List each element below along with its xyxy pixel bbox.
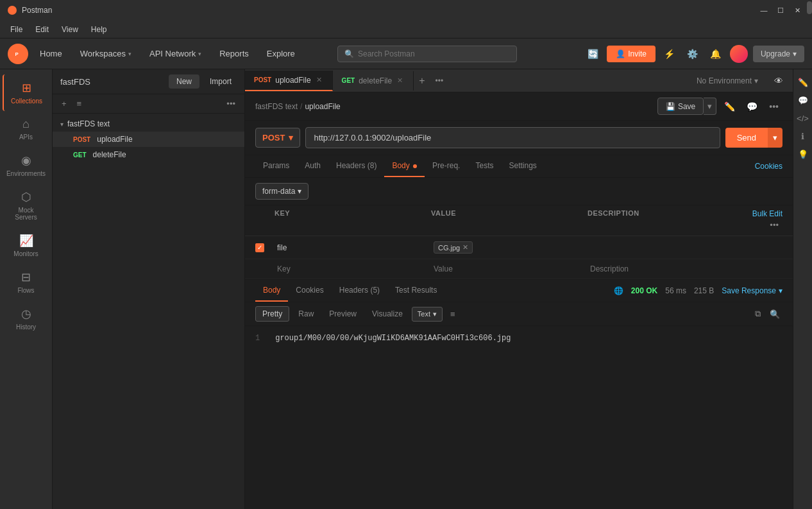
row-checkbox[interactable]: ✓	[255, 243, 264, 252]
req-tab-settings[interactable]: Settings	[501, 155, 544, 177]
resp-tab-cookies[interactable]: Cookies	[288, 280, 331, 302]
more-actions-btn[interactable]: •••	[765, 99, 782, 114]
format-pretty[interactable]: Pretty	[255, 306, 289, 322]
req-tab-headers[interactable]: Headers (8)	[328, 155, 384, 177]
sidebar-item-collections[interactable]: ⊞ Collections	[3, 74, 50, 111]
comment-icon-btn[interactable]: 💬	[743, 99, 761, 114]
table-more-btn[interactable]: •••	[766, 218, 782, 232]
menu-file[interactable]: File	[5, 23, 28, 36]
response-area: Body Cookies Headers (5) Test Results 🌐 …	[245, 279, 793, 459]
sidebar: ⊞ Collections ⌂ APIs ◉ Environments ⬡ Mo…	[0, 69, 53, 509]
tab-close-btn-2[interactable]: ✕	[396, 76, 404, 85]
text-type-select[interactable]: Text ▾	[412, 307, 443, 322]
user-avatar[interactable]	[730, 45, 748, 63]
settings-icon-btn[interactable]: ⚙️	[684, 45, 702, 63]
tree-item-upload[interactable]: POST uploadFile	[53, 132, 244, 147]
collection-root[interactable]: ▾ fastFDS text	[53, 116, 244, 132]
app-logo	[8, 6, 17, 15]
key-empty-input[interactable]	[277, 264, 428, 273]
breadcrumb-collection[interactable]: fastFDS text	[255, 102, 298, 111]
upgrade-button[interactable]: Upgrade ▾	[753, 46, 804, 62]
env-selector[interactable]: No Environment ▾	[690, 74, 765, 88]
save-response-button[interactable]: Save Response ▾	[722, 286, 782, 295]
new-button[interactable]: New	[169, 74, 199, 89]
nav-workspaces[interactable]: Workspaces ▾	[74, 45, 138, 62]
filter-icon-btn[interactable]: ≡	[448, 307, 458, 322]
desc-empty-input[interactable]	[590, 264, 741, 273]
nav-home[interactable]: Home	[33, 45, 69, 62]
menu-edit[interactable]: Edit	[30, 23, 54, 36]
invite-button[interactable]: 👤 Invite	[607, 46, 656, 62]
method-select[interactable]: POST ▾	[255, 128, 300, 148]
bulk-edit-button[interactable]: Bulk Edit	[752, 209, 782, 218]
notification-icon-btn[interactable]: 🔔	[707, 45, 725, 63]
tab-upload-file[interactable]: POST uploadFile ✕	[245, 71, 333, 91]
sidebar-item-flows[interactable]: ⊟ Flows	[3, 264, 50, 300]
right-panel-code-btn[interactable]: </>	[795, 110, 811, 126]
save-dropdown-button[interactable]: ▾	[704, 98, 716, 115]
code-content-1[interactable]: group1/M00/00/00/wKjugWIiKD6AMK91AAFwC0H…	[275, 334, 511, 343]
search-bar[interactable]: 🔍	[337, 46, 517, 62]
resp-tab-test-results[interactable]: Test Results	[387, 280, 444, 302]
tree-item-delete[interactable]: GET deleteFile	[53, 147, 244, 162]
sync-icon-btn[interactable]: 🔄	[584, 45, 602, 63]
menu-view[interactable]: View	[56, 23, 83, 36]
value-tag-close-btn[interactable]: ✕	[462, 243, 468, 252]
right-panel-lightbulb-btn[interactable]: 💡	[795, 146, 811, 162]
nav-api-network[interactable]: API Network ▾	[143, 45, 208, 62]
sidebar-item-history[interactable]: ◷ History	[3, 300, 50, 337]
req-tab-params[interactable]: Params	[255, 155, 297, 177]
save-button[interactable]: 💾 Save	[657, 98, 704, 115]
eye-icon-btn[interactable]: 👁	[770, 72, 788, 90]
nav-reports[interactable]: Reports	[213, 45, 255, 62]
sidebar-item-mock-servers[interactable]: ⬡ Mock Servers	[3, 184, 50, 227]
env-chevron-icon: ▾	[754, 76, 758, 85]
sort-btn[interactable]: ≡	[73, 97, 86, 110]
send-dropdown-button[interactable]: ▾	[768, 128, 782, 148]
key-cell[interactable]: file	[275, 242, 431, 254]
maximize-button[interactable]: ☐	[774, 3, 788, 17]
sidebar-item-environments[interactable]: ◉ Environments	[3, 147, 50, 184]
right-panel-edit-btn[interactable]: ✏️	[795, 74, 811, 90]
tab-method-get: GET	[342, 77, 355, 84]
req-tab-prereq[interactable]: Pre-req.	[425, 155, 468, 177]
send-group: Send ▾	[725, 128, 782, 148]
close-button[interactable]: ✕	[790, 3, 804, 17]
cookies-link[interactable]: Cookies	[755, 162, 782, 171]
lightning-icon-btn[interactable]: ⚡	[661, 45, 679, 63]
search-input[interactable]	[358, 49, 510, 58]
format-raw[interactable]: Raw	[292, 307, 320, 321]
req-tab-auth[interactable]: Auth	[297, 155, 328, 177]
resp-tab-headers[interactable]: Headers (5)	[332, 280, 387, 302]
right-panel-comment-btn[interactable]: 💬	[795, 92, 811, 108]
send-button[interactable]: Send	[725, 128, 768, 148]
method-post-badge: POST	[71, 135, 93, 144]
menu-help[interactable]: Help	[86, 23, 112, 36]
resp-tab-body[interactable]: Body	[255, 280, 288, 302]
tab-add-button[interactable]: +	[414, 73, 430, 89]
more-options-btn[interactable]: •••	[223, 97, 239, 110]
format-visualize[interactable]: Visualize	[366, 307, 409, 321]
edit-icon-btn[interactable]: ✏️	[720, 99, 739, 114]
tab-delete-file[interactable]: GET deleteFile ✕	[333, 71, 414, 91]
tab-close-btn[interactable]: ✕	[315, 76, 323, 84]
value-empty-input[interactable]	[434, 264, 585, 273]
import-button[interactable]: Import	[205, 74, 237, 89]
add-collection-btn[interactable]: +	[58, 97, 71, 110]
url-input[interactable]	[305, 127, 720, 148]
req-tab-tests[interactable]: Tests	[468, 155, 501, 177]
right-panel-info-btn[interactable]: ℹ	[795, 128, 811, 144]
tab-more-button[interactable]: •••	[430, 74, 449, 88]
apis-icon: ⌂	[22, 117, 30, 131]
req-tab-body[interactable]: Body	[384, 155, 425, 177]
copy-response-btn[interactable]: ⧉	[752, 306, 763, 322]
search-response-btn[interactable]: 🔍	[767, 307, 782, 322]
sidebar-item-monitors[interactable]: 📈 Monitors	[3, 227, 50, 264]
sidebar-item-apis[interactable]: ⌂ APIs	[3, 111, 50, 147]
form-data-select[interactable]: form-data ▾	[255, 183, 309, 200]
desc-cell[interactable]	[588, 246, 744, 249]
minimize-button[interactable]: —	[757, 3, 771, 17]
nav-explore[interactable]: Explore	[260, 45, 301, 62]
nav-logo[interactable]: P	[8, 44, 28, 64]
format-preview[interactable]: Preview	[323, 307, 363, 321]
